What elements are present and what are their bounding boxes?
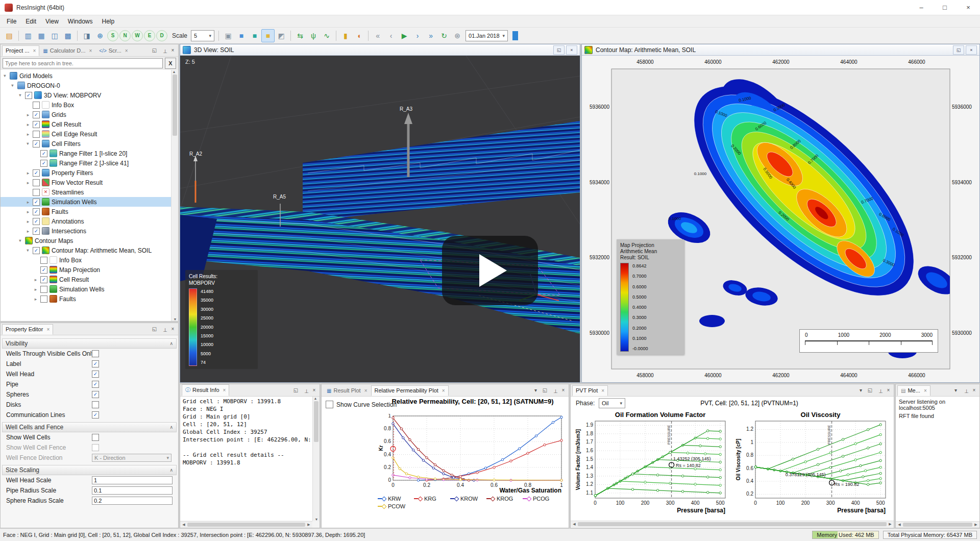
- scroll-down-icon[interactable]: ▼: [173, 317, 178, 321]
- menu-edit[interactable]: Edit: [21, 15, 41, 27]
- tree-item-annotations[interactable]: ▸✓Annotations: [1, 216, 171, 226]
- scroll-right-icon[interactable]: ▶: [888, 522, 893, 526]
- tree-item-cell-edge-result[interactable]: ▸Cell Edge Result: [1, 129, 171, 139]
- window-layout-button[interactable]: ◨: [80, 29, 93, 42]
- new-grid-statistics-plot-button[interactable]: ▩: [61, 29, 75, 42]
- legend-item-krog[interactable]: KROG: [486, 496, 523, 502]
- tree-item-intersections[interactable]: ▸✓Intersections: [1, 226, 171, 236]
- scrollbar-thumb[interactable]: [578, 522, 887, 526]
- relperm-chart[interactable]: 00.20.40.60.8100.20.40.60.81Water/Gas Sa…: [378, 414, 567, 495]
- tree-item-checkbox[interactable]: ✓: [40, 266, 47, 274]
- legend-item-krg[interactable]: KRG: [414, 496, 450, 502]
- panel-menu-icon[interactable]: ▾: [952, 386, 960, 394]
- phase-select[interactable]: Oil ▾: [599, 398, 625, 408]
- pin-panel-icon[interactable]: ⊤: [160, 325, 167, 333]
- collapsed-arrow-icon[interactable]: ▸: [26, 112, 31, 117]
- pin-panel-icon[interactable]: ⊤: [550, 386, 558, 394]
- property-input-well-head-scale[interactable]: [92, 476, 173, 484]
- close-panel-icon[interactable]: ×: [310, 386, 318, 394]
- tree-item-checkbox[interactable]: ✓: [33, 218, 40, 225]
- animation-repeat-button[interactable]: ↻: [437, 29, 451, 42]
- tree-item-flow-vector-result[interactable]: ▸Flow Vector Result: [1, 178, 171, 187]
- tree-item-checkbox[interactable]: ✓: [33, 199, 40, 206]
- collapse-section-icon[interactable]: ∧: [169, 425, 173, 430]
- view-from-south-button[interactable]: S: [107, 30, 118, 41]
- tab-messages[interactable]: ▤ Me... ×: [897, 385, 930, 396]
- tree-item-checkbox[interactable]: ✓: [33, 121, 40, 128]
- collapsed-arrow-icon[interactable]: ▸: [33, 287, 38, 292]
- open-project-button[interactable]: ▤: [3, 29, 16, 42]
- property-checkbox[interactable]: [92, 444, 99, 451]
- scroll-up-icon[interactable]: ▲: [172, 70, 177, 73]
- tree-item-grid-models[interactable]: ▸Grid Models: [1, 71, 171, 81]
- expanded-arrow-icon[interactable]: ▸: [18, 93, 23, 98]
- show-grid-box-button[interactable]: ▣: [222, 29, 235, 42]
- collapsed-arrow-icon[interactable]: ▸: [26, 229, 31, 234]
- close-tab-icon[interactable]: ×: [442, 388, 445, 394]
- hide-grid-cells-button[interactable]: ⇆: [293, 29, 307, 42]
- tree-item-3d-view-mobporv[interactable]: ▸✓3D View: MOBPORV: [1, 90, 171, 100]
- float-panel-icon[interactable]: ◱: [866, 386, 874, 394]
- contour-map-titlebar[interactable]: Contour Map: Arithmetic Mean, SOIL ◱ ×: [582, 44, 979, 56]
- horizontal-scrollbar[interactable]: ◀ ▶: [571, 521, 894, 527]
- view-from-north-button[interactable]: N: [119, 30, 131, 41]
- minimize-button[interactable]: –: [910, 0, 933, 15]
- tree-item-map-projection[interactable]: ✓Map Projection: [1, 265, 171, 275]
- close-tab-icon[interactable]: ×: [46, 327, 50, 332]
- scale-select[interactable]: 5▾: [191, 30, 214, 41]
- vertical-scrollbar[interactable]: ▲ ▼: [312, 397, 320, 521]
- scroll-down-icon[interactable]: ▼: [314, 518, 319, 521]
- tab-result-plot[interactable]: ▦ Result Plot ×: [323, 385, 371, 396]
- tree-item-faults[interactable]: ▸✓Faults: [1, 207, 171, 216]
- draw-style-surface-button[interactable]: ■: [235, 29, 248, 42]
- tree-item-checkbox[interactable]: [40, 286, 47, 293]
- scrollbar-thumb[interactable]: [173, 75, 177, 136]
- 3d-view-titlebar[interactable]: 3D View: SOIL ◱ ×: [180, 44, 580, 56]
- tab-relative-permeability-plot[interactable]: Relative Permeability Plot ×: [371, 385, 449, 396]
- close-button[interactable]: ×: [957, 0, 980, 15]
- close-tab-icon[interactable]: ×: [89, 48, 92, 54]
- horizontal-scrollbar[interactable]: ◀ ▶: [180, 521, 312, 528]
- collapsed-arrow-icon[interactable]: ▸: [26, 200, 31, 205]
- collapsed-arrow-icon[interactable]: ▸: [33, 277, 38, 282]
- float-panel-icon[interactable]: ◱: [151, 325, 158, 333]
- property-input-pipe-radius-scale[interactable]: [92, 486, 173, 495]
- animation-step-forward-button[interactable]: ›: [411, 29, 424, 42]
- maximize-button[interactable]: □: [933, 0, 957, 15]
- tree-item-checkbox[interactable]: [33, 179, 40, 186]
- close-window-icon[interactable]: ×: [966, 45, 977, 55]
- expanded-arrow-icon[interactable]: ▸: [3, 73, 8, 79]
- close-tab-icon[interactable]: ×: [364, 388, 368, 394]
- pin-panel-icon[interactable]: ⊤: [875, 386, 883, 394]
- video-play-button[interactable]: [442, 236, 538, 305]
- property-checkbox[interactable]: [92, 350, 99, 357]
- property-checkbox[interactable]: ✓: [92, 391, 99, 398]
- legend-item-krw[interactable]: KRW: [378, 496, 414, 502]
- pin-panel-icon[interactable]: ⊤: [160, 46, 167, 54]
- scroll-left-icon[interactable]: ◀: [897, 523, 902, 527]
- tree-item-grids[interactable]: ▸✓Grids: [1, 110, 171, 119]
- tree-item-checkbox[interactable]: ✓: [33, 111, 40, 118]
- animation-skip-to-start-button[interactable]: «: [371, 29, 384, 42]
- horizontal-scrollbar[interactable]: ◀ ▶: [896, 521, 979, 528]
- collapsed-arrow-icon[interactable]: ▸: [26, 170, 31, 176]
- tree-item-simulation-wells[interactable]: ▸✓Simulation Wells: [1, 197, 171, 207]
- tree-item-checkbox[interactable]: [40, 257, 47, 264]
- legend-item-krow[interactable]: KROW: [450, 496, 486, 502]
- collapse-section-icon[interactable]: ∧: [169, 341, 173, 346]
- pin-panel-icon[interactable]: ⊤: [961, 386, 969, 394]
- new-plot-main-window-button[interactable]: ▥: [21, 29, 35, 42]
- view-from-east-button[interactable]: E: [144, 30, 155, 41]
- viscosity-chart[interactable]: 01002003004005000.20.40.60.811.2PRESSURE…: [735, 410, 891, 514]
- new-well-log-plot-button[interactable]: ◫: [48, 29, 61, 42]
- menu-view[interactable]: View: [41, 15, 63, 27]
- tab-result-info[interactable]: ⓘ Result Info ×: [182, 384, 229, 396]
- animation-skip-to-end-button[interactable]: »: [424, 29, 437, 42]
- property-checkbox[interactable]: [92, 434, 99, 441]
- tree-item-cell-result[interactable]: ▸✓Cell Result: [1, 119, 171, 129]
- scrollbar-thumb[interactable]: [187, 523, 305, 527]
- float-panel-icon[interactable]: ◱: [541, 386, 549, 394]
- scroll-left-icon[interactable]: ◀: [181, 523, 186, 527]
- property-checkbox[interactable]: ✓: [92, 381, 99, 388]
- tree-item-info-box[interactable]: Info Box: [1, 100, 171, 110]
